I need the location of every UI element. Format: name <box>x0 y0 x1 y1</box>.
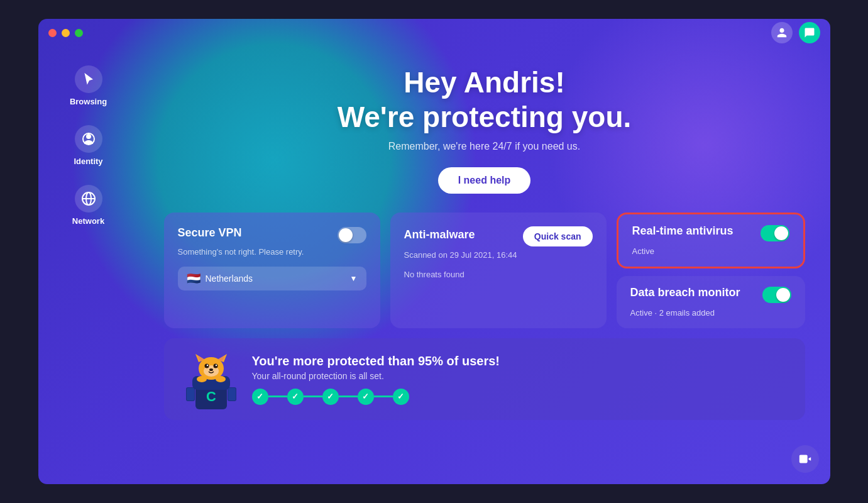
chevron-down-icon: ▼ <box>350 274 358 283</box>
antivirus-toggle-knob <box>774 226 788 240</box>
minimize-button[interactable] <box>62 29 70 37</box>
vpn-toggle[interactable] <box>338 227 366 243</box>
data-breach-header: Data breach monitor <box>630 286 791 303</box>
progress-line-4 <box>374 395 393 397</box>
progress-step-1: ✓ <box>252 389 268 405</box>
svg-point-21 <box>215 365 216 366</box>
vpn-toggle-knob <box>339 228 353 242</box>
svg-point-23 <box>197 376 207 382</box>
vpn-card-header: Secure VPN <box>178 226 366 243</box>
browsing-label: Browsing <box>70 97 107 106</box>
browsing-icon <box>75 65 102 93</box>
progress-step-5: ✓ <box>393 389 409 405</box>
mascot-svg: C <box>183 351 239 414</box>
app-window: Browsing Identity Network <box>38 19 830 484</box>
identity-icon-svg <box>81 131 96 146</box>
titlebar <box>38 19 830 47</box>
progress-step-3: ✓ <box>322 389 339 405</box>
titlebar-actions <box>771 22 820 43</box>
data-breach-toggle-knob <box>776 288 790 302</box>
announcements-button[interactable] <box>791 445 819 473</box>
svg-point-18 <box>204 364 209 368</box>
hero-section: Hey Andris! We're protecting you. Rememb… <box>338 65 632 213</box>
svg-point-19 <box>213 364 217 368</box>
data-breach-title: Data breach monitor <box>630 286 740 299</box>
cursor-icon <box>81 72 96 87</box>
announcements-icon <box>798 452 812 466</box>
tagline-text: We're protecting you. <box>338 101 632 133</box>
svg-point-22 <box>209 368 213 371</box>
progress-step-4: ✓ <box>358 389 374 405</box>
close-button[interactable] <box>48 29 57 37</box>
mascot-container: C <box>183 351 239 407</box>
svg-rect-10 <box>187 388 194 401</box>
user-profile-button[interactable] <box>771 22 793 43</box>
protection-headline: You're more protected than 95% of users! <box>252 354 500 368</box>
svg-point-24 <box>216 376 226 382</box>
antivirus-card: Real-time antivirus Active <box>617 213 805 268</box>
svg-point-0 <box>86 134 91 139</box>
antimalware-header: Anti-malware Quick scan <box>404 226 593 246</box>
hero-greeting: Hey Andris! We're protecting you. <box>338 65 632 135</box>
antivirus-header: Real-time antivirus <box>632 224 789 241</box>
vpn-card: Secure VPN Something's not right. Please… <box>164 213 380 328</box>
greeting-text: Hey Andris! <box>404 66 564 99</box>
svg-point-20 <box>206 365 207 366</box>
progress-line-1 <box>268 395 287 397</box>
maximize-button[interactable] <box>75 29 83 37</box>
progress-step-2: ✓ <box>287 389 304 405</box>
scan-info: Scanned on 29 Jul 2021, 16:44 <box>404 250 593 260</box>
traffic-lights <box>48 29 83 37</box>
vpn-status-text: Something's not right. Please retry. <box>178 247 366 257</box>
antimalware-card: Anti-malware Quick scan Scanned on 29 Ju… <box>390 213 607 328</box>
data-breach-status: Active · 2 emails added <box>630 308 715 318</box>
threat-status: No threats found <box>404 270 593 279</box>
right-cards: Real-time antivirus Active Data breach m… <box>617 213 805 328</box>
protection-subtext: Your all-round protection is all set. <box>252 371 500 381</box>
network-label: Network <box>72 216 104 226</box>
svg-text:C: C <box>206 389 216 404</box>
country-selector[interactable]: 🇳🇱 Netherlands ▼ <box>178 267 366 290</box>
sidebar-item-network[interactable]: Network <box>54 179 123 232</box>
svg-rect-11 <box>228 388 236 401</box>
progress-line-2 <box>304 395 322 397</box>
user-icon <box>776 27 788 38</box>
identity-icon <box>75 125 102 153</box>
data-breach-card: Data breach monitor Active · 2 emails ad… <box>617 276 805 328</box>
identity-label: Identity <box>74 157 102 166</box>
antimalware-title: Anti-malware <box>404 228 475 241</box>
sidebar: Browsing Identity Network <box>38 47 139 484</box>
sidebar-item-browsing[interactable]: Browsing <box>54 59 123 113</box>
help-button[interactable]: I need help <box>438 167 531 194</box>
network-icon-svg <box>81 191 96 206</box>
sidebar-item-identity[interactable]: Identity <box>54 119 123 172</box>
banner-text-section: You're more protected than 95% of users!… <box>252 354 500 405</box>
main-content: Hey Andris! We're protecting you. Rememb… <box>139 47 830 484</box>
antivirus-toggle[interactable] <box>761 225 789 241</box>
chat-icon <box>804 27 815 38</box>
antivirus-status: Active <box>632 246 654 256</box>
hero-subtitle: Remember, we're here 24/7 if you need us… <box>338 141 632 152</box>
chat-button[interactable] <box>799 22 820 43</box>
cards-row: Secure VPN Something's not right. Please… <box>164 213 805 328</box>
antivirus-title: Real-time antivirus <box>632 224 733 238</box>
progress-line-3 <box>339 395 358 397</box>
netherlands-flag: 🇳🇱 <box>187 272 201 285</box>
data-breach-toggle[interactable] <box>762 287 791 303</box>
protection-banner: C <box>164 338 805 420</box>
vpn-title: Secure VPN <box>178 226 242 240</box>
country-name: Netherlands <box>206 274 345 284</box>
quick-scan-button[interactable]: Quick scan <box>523 226 593 246</box>
network-icon <box>75 185 102 213</box>
progress-indicators: ✓ ✓ ✓ ✓ ✓ <box>252 389 500 405</box>
